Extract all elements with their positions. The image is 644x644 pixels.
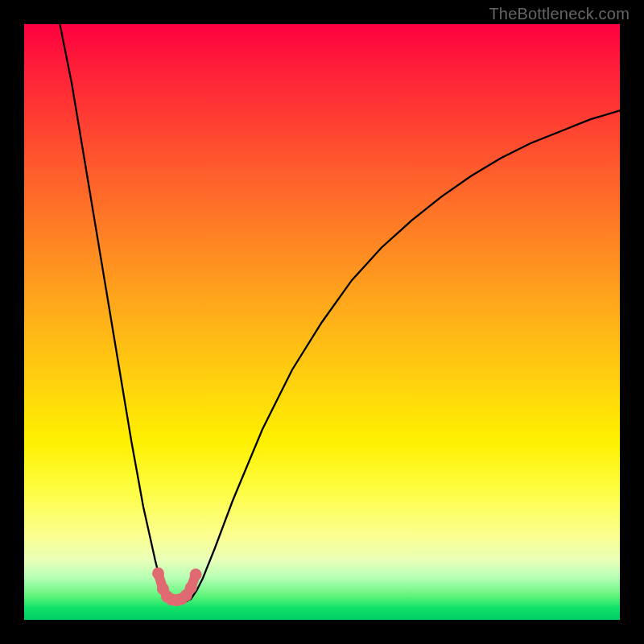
bottleneck-curve-left-branch xyxy=(60,24,173,602)
chart-frame: TheBottleneck.com xyxy=(0,0,644,644)
plot-area xyxy=(24,24,620,620)
curve-layer xyxy=(60,24,620,602)
marker-layer xyxy=(152,568,202,606)
trough-marker xyxy=(152,568,164,580)
trough-marker xyxy=(185,582,197,594)
chart-svg xyxy=(24,24,620,620)
watermark-label: TheBottleneck.com xyxy=(489,5,630,23)
bottleneck-curve-right-branch xyxy=(185,110,620,602)
trough-marker xyxy=(190,568,202,580)
